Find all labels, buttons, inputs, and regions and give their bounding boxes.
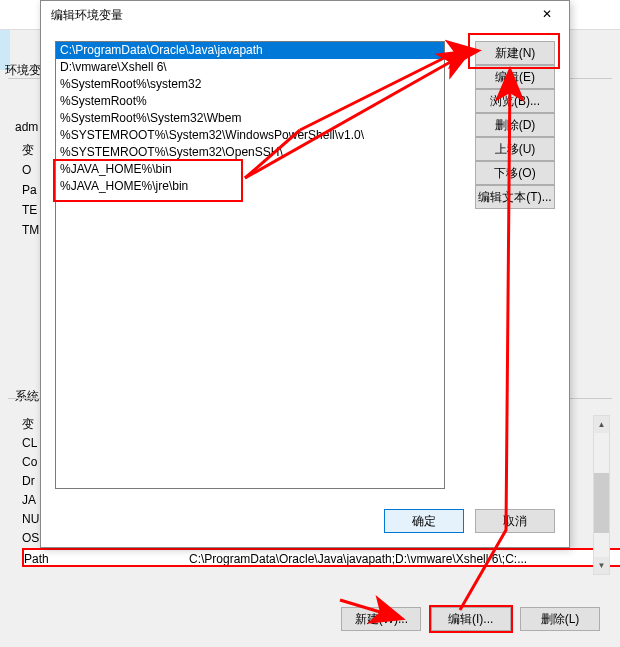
edit-text-button[interactable]: 编辑文本(T)... [475, 185, 555, 209]
cancel-button[interactable]: 取消 [475, 509, 555, 533]
sys-edit-button[interactable]: 编辑(I)... [431, 607, 511, 631]
move-up-button[interactable]: 上移(U) [475, 137, 555, 161]
list-item[interactable]: C:\ProgramData\Oracle\Java\javapath [56, 42, 444, 59]
edit-button[interactable]: 编辑(E) [475, 65, 555, 89]
list-item[interactable]: %SystemRoot%\system32 [56, 76, 444, 93]
dialog-bottom-buttons: 确定 取消 [376, 509, 555, 533]
list-item[interactable]: %SystemRoot% [56, 93, 444, 110]
list-item[interactable]: %SYSTEMROOT%\System32\OpenSSH\ [56, 144, 444, 161]
path-listbox[interactable]: C:\ProgramData\Oracle\Java\javapath D:\v… [55, 41, 445, 489]
scroll-up-icon[interactable]: ▲ [594, 416, 609, 433]
sysvars-scrollbar[interactable]: ▲ ▼ [593, 415, 610, 575]
env-label: 环境变 [5, 62, 41, 79]
sysvars-buttons: 新建(W)... 编辑(I)... 删除(L) [0, 607, 620, 637]
browse-button[interactable]: 浏览(B)... [475, 89, 555, 113]
sys-new-button[interactable]: 新建(W)... [341, 607, 421, 631]
dialog-title-text: 编辑环境变量 [51, 8, 123, 22]
sys-delete-button[interactable]: 删除(L) [520, 607, 600, 631]
dialog-body: C:\ProgramData\Oracle\Java\javapath D:\v… [41, 29, 569, 547]
uv-cell: Pa [22, 180, 42, 200]
move-down-button[interactable]: 下移(O) [475, 161, 555, 185]
close-icon: ✕ [542, 7, 552, 21]
uv-cell: TE [22, 200, 42, 220]
scroll-down-icon[interactable]: ▼ [594, 557, 609, 574]
list-item[interactable]: %SYSTEMROOT%\System32\WindowsPowerShell\… [56, 127, 444, 144]
table-row-path[interactable]: PathC:\ProgramData\Oracle\Java\javapath;… [22, 548, 620, 567]
user-section-label: adm [15, 120, 38, 134]
close-button[interactable]: ✕ [524, 1, 569, 29]
ok-button[interactable]: 确定 [384, 509, 464, 533]
user-vars-fragment: 变 O Pa TE TM [22, 140, 42, 260]
system-section-label: 系统 [15, 388, 39, 405]
delete-button[interactable]: 删除(D) [475, 113, 555, 137]
uv-cell: TM [22, 220, 42, 240]
new-button[interactable]: 新建(N) [475, 41, 555, 65]
list-item[interactable]: %JAVA_HOME%\bin [56, 161, 444, 178]
uv-cell: O [22, 160, 42, 180]
list-item[interactable]: %JAVA_HOME%\jre\bin [56, 178, 444, 195]
list-item[interactable]: %SystemRoot%\System32\Wbem [56, 110, 444, 127]
side-buttons: 新建(N) 编辑(E) 浏览(B)... 删除(D) 上移(U) 下移(O) 编… [475, 41, 555, 209]
list-item[interactable]: D:\vmware\Xshell 6\ [56, 59, 444, 76]
edit-env-var-dialog: 编辑环境变量 ✕ C:\ProgramData\Oracle\Java\java… [40, 0, 570, 548]
uv-cell: 变 [22, 140, 42, 160]
scroll-thumb[interactable] [594, 473, 609, 533]
dialog-title: 编辑环境变量 ✕ [41, 1, 569, 29]
